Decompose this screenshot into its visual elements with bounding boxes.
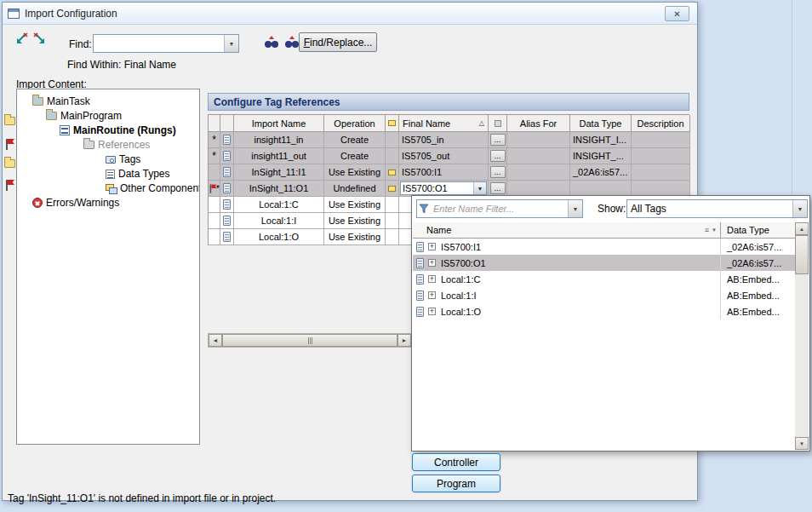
scroll-left-icon[interactable]: ◄ (209, 334, 222, 347)
import-name-cell[interactable]: insight11_in (234, 132, 324, 148)
background-window-edge (792, 0, 792, 195)
description-cell[interactable] (632, 164, 690, 181)
import-name-cell[interactable]: InSight_11:O1 (234, 181, 324, 197)
import-name-cell[interactable]: InSight_11:I1 (234, 164, 324, 181)
expand-icon[interactable]: + (428, 259, 436, 267)
find-combobox[interactable]: ▼ (93, 34, 239, 53)
name-column-header[interactable]: Name (426, 225, 451, 235)
operation-cell[interactable]: Use Existing (324, 164, 386, 181)
tree-item-mainroutine[interactable]: MainRoutine (Rungs) (60, 124, 176, 137)
find-replace-button[interactable]: Find/Replace... (299, 32, 377, 52)
tag-type-icon (388, 170, 396, 175)
tag-list-item[interactable]: + Local:1:C AB:Embed... (413, 271, 796, 287)
alias-for-cell[interactable] (507, 148, 570, 164)
close-button[interactable]: ✕ (665, 6, 689, 21)
find-label: Find: (69, 38, 92, 50)
tag-card-icon (223, 167, 231, 177)
operation-cell[interactable]: Undefined (324, 181, 386, 197)
operation-cell[interactable]: Create (324, 132, 386, 148)
description-cell[interactable] (632, 148, 690, 164)
final-name-combobox[interactable]: IS5700:O1 ▼ (400, 181, 487, 195)
data-type-cell[interactable]: INSIGHT_... (570, 148, 632, 164)
final-name-cell[interactable]: IS5700:I1 (399, 164, 489, 181)
expand-icon[interactable]: + (428, 308, 436, 315)
tag-card-icon (416, 274, 424, 285)
find-next-icon[interactable] (263, 35, 280, 50)
browse-button[interactable]: ... (490, 182, 506, 194)
alias-for-cell[interactable] (507, 164, 570, 181)
operation-cell[interactable]: Use Existing (324, 197, 386, 213)
tree-item-maintask[interactable]: MainTask (32, 95, 90, 108)
tag-list-item-selected[interactable]: + IS5700:O1 _02A6:is57... (413, 255, 796, 271)
tree-item-data-types[interactable]: Data Types (106, 167, 169, 181)
operation-cell[interactable]: Create (324, 148, 386, 164)
tag-list-item[interactable]: + IS5700:I1 _02A6:is57... (413, 239, 796, 255)
tag-list-item[interactable]: + Local:1:I AB:Embed... (413, 287, 796, 303)
header-import-name[interactable]: Import Name (234, 115, 324, 132)
import-name-cell[interactable]: Local:1:C (234, 197, 324, 213)
scrollbar-thumb[interactable] (795, 235, 809, 274)
tree-item-mainprogram[interactable]: MainProgram (46, 109, 122, 123)
grid-row[interactable]: InSight_11:I1 Use Existing IS5700:I1 ...… (209, 164, 689, 181)
browse-button[interactable]: ... (490, 166, 506, 178)
row-marker: * (209, 134, 220, 146)
scrollbar-thumb[interactable] (222, 334, 397, 347)
filter-funnel-icon (417, 200, 431, 217)
header-operation[interactable]: Operation (324, 115, 386, 132)
tree-item-errors-warnings[interactable]: Errors/Warnings (32, 196, 119, 210)
final-name-cell[interactable]: IS5705_out (399, 148, 489, 164)
find-dropdown-arrow-icon[interactable]: ▼ (224, 35, 238, 52)
expand-icon[interactable]: + (428, 243, 436, 250)
tree-item-other-components[interactable]: Other Components (106, 181, 200, 195)
find-previous-icon[interactable] (283, 35, 300, 50)
routine-icon (60, 125, 70, 135)
name-filter-box[interactable]: ▼ (416, 199, 583, 218)
header-data-type[interactable]: Data Type (570, 115, 632, 132)
data-type-cell[interactable]: INSIGHT_I... (570, 132, 632, 148)
expand-icon[interactable]: + (428, 291, 436, 299)
import-name-cell[interactable]: insight11_out (234, 148, 324, 164)
tag-card-icon (223, 151, 231, 161)
tag-card-icon (223, 216, 231, 226)
name-filter-input[interactable] (431, 200, 568, 217)
prev-marker-icon[interactable] (13, 32, 30, 47)
next-marker-icon[interactable] (31, 32, 49, 47)
controller-button[interactable]: Controller (412, 453, 500, 471)
header-description[interactable]: Description (632, 115, 690, 132)
header-final-name[interactable]: Final Name△ (399, 115, 489, 132)
operation-cell[interactable]: Use Existing (324, 213, 386, 229)
data-type-cell[interactable]: _02A6:is57... (570, 164, 632, 181)
tag-card-icon (223, 135, 231, 145)
scroll-down-icon[interactable]: ▼ (795, 437, 809, 450)
program-button[interactable]: Program (412, 475, 500, 492)
column-menu-icon[interactable]: ≡ (705, 226, 709, 234)
final-name-cell[interactable]: IS5705_in (399, 132, 489, 148)
show-combobox[interactable]: All Tags ▼ (626, 199, 808, 218)
grid-horizontal-scrollbar[interactable]: ◄ ► (208, 333, 412, 348)
alias-for-cell[interactable] (507, 132, 570, 148)
scroll-up-icon[interactable]: ▲ (795, 222, 809, 235)
browse-button[interactable]: ... (490, 134, 506, 146)
grid-row[interactable]: * insight11_out Create IS5705_out ... IN… (209, 148, 689, 164)
dropdown-arrow-icon[interactable]: ▼ (473, 182, 486, 194)
status-text: Tag 'InSight_11:O1' is not defined in im… (8, 492, 276, 504)
tree-item-tags[interactable]: Tags (106, 152, 140, 166)
grid-row[interactable]: * insight11_in Create IS5705_in ... INSI… (209, 132, 689, 148)
description-cell[interactable] (632, 132, 690, 148)
import-name-cell[interactable]: Local:1:I (234, 213, 324, 229)
show-dropdown-arrow-icon[interactable]: ▼ (792, 200, 807, 217)
tree-item-references[interactable]: References (83, 138, 150, 152)
tag-list-item[interactable]: + Local:1:O AB:Embed... (413, 303, 796, 319)
find-input[interactable] (94, 35, 224, 52)
column-sort-icon[interactable]: ▼ (712, 227, 717, 233)
expand-icon[interactable]: + (428, 275, 436, 283)
filter-dropdown-arrow-icon[interactable]: ▼ (568, 200, 582, 217)
scroll-right-icon[interactable]: ► (397, 334, 411, 347)
operation-cell[interactable]: Use Existing (324, 229, 386, 245)
tag-list-scrollbar[interactable]: ▲ ▼ (795, 222, 809, 450)
import-name-cell[interactable]: Local:1:O (234, 229, 324, 245)
browse-button[interactable]: ... (490, 150, 506, 162)
data-type-column-header[interactable]: Data Type (720, 222, 796, 238)
header-alias-for[interactable]: Alias For (507, 115, 570, 132)
tag-type-icon (388, 186, 396, 192)
